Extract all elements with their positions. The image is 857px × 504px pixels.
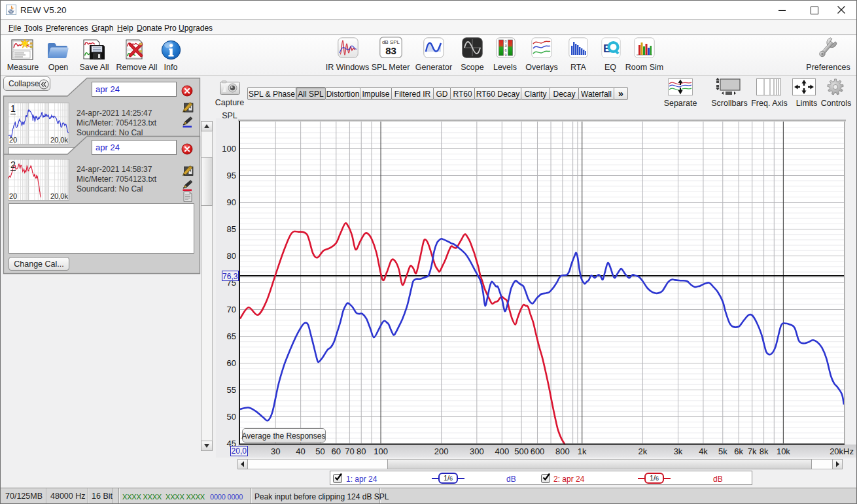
svg-text:83: 83 bbox=[385, 45, 396, 56]
svg-text:3: 3 bbox=[504, 44, 506, 48]
svg-text:9: 9 bbox=[504, 53, 506, 57]
svg-text:6: 6 bbox=[504, 48, 506, 52]
svg-text:0: 0 bbox=[504, 39, 506, 43]
svg-text:dB SPL: dB SPL bbox=[382, 39, 400, 45]
